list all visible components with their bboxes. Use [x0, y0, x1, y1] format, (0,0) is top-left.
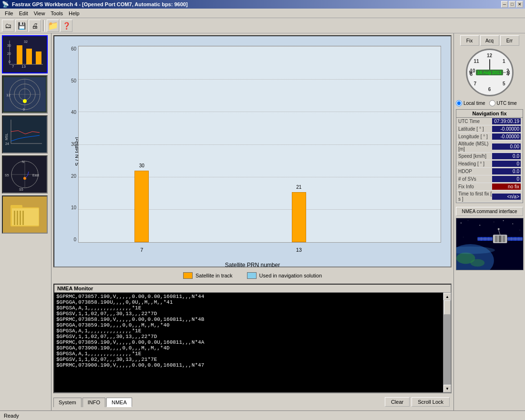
legend-label-nav: Used in navigation solution: [259, 273, 322, 278]
acq-button[interactable]: Acq: [480, 35, 499, 46]
menu-edit[interactable]: Edit: [16, 10, 31, 17]
radio-utc-time[interactable]: UTC time: [489, 100, 517, 106]
nmea-text-area[interactable]: $GPRMC,073857.190,V,,,,,0.00,0.00,160811…: [54, 293, 443, 392]
bar-prn-7: [134, 171, 149, 242]
menu-tools[interactable]: Tools: [48, 10, 66, 17]
bar-7-label: 30: [139, 163, 144, 168]
thumbnail-3[interactable]: MSL 24: [2, 115, 48, 154]
nmea-monitor-header: NMEA Monitor: [54, 285, 451, 293]
thumbnail-1[interactable]: 7 13 0 20 30 32: [2, 35, 48, 73]
svg-rect-37: [12, 208, 39, 225]
heading-label: Heading [ ° ]: [458, 161, 484, 166]
bar-chart-area: 30 21: [79, 46, 441, 242]
close-button[interactable]: ✕: [516, 1, 523, 8]
bar-prn-13: [292, 192, 306, 242]
bar-group-7: 30: [103, 46, 181, 242]
toolbar-btn-folder[interactable]: 📁: [47, 20, 59, 32]
scroll-up-button[interactable]: ▲: [443, 293, 451, 300]
nav-fix-section: Navigation fix UTC Time 07:39:00.19 Lati…: [456, 109, 523, 203]
x-spacer: [181, 247, 260, 253]
latitude-label: Latitude [ ° ]: [458, 126, 484, 132]
nmea-command-button[interactable]: NMEA command interface: [456, 207, 523, 216]
svg-text:32: 32: [24, 40, 28, 43]
bar-7-wrapper: 30: [134, 171, 149, 242]
clear-button[interactable]: Clear: [385, 397, 410, 407]
chart-inner: 60 50 40 30 20 10 0: [78, 46, 441, 243]
legend-item-track: Satellite in track: [183, 272, 233, 279]
thumbnail-5[interactable]: [2, 195, 48, 234]
speed-value: 0.0: [492, 153, 521, 159]
satellite-image: [456, 218, 524, 270]
nav-fix-speed: Speed [km/h] 0.0: [456, 153, 523, 160]
y-label-0: 0: [62, 237, 76, 242]
clock-face: 12 1 2 3 4 5 6 7 8 9 10 11 16 Aug 2011: [466, 49, 514, 96]
fix-button[interactable]: Fix: [460, 35, 479, 46]
app-icon: 📡: [2, 1, 9, 8]
svg-rect-38: [14, 211, 15, 225]
longitude-value: -0.00000: [492, 133, 521, 140]
svg-text:MSL: MSL: [5, 133, 8, 141]
scroll-lock-button[interactable]: Scroll Lock: [412, 397, 450, 407]
x-label-7: 7: [103, 247, 181, 253]
scroll-track[interactable]: [443, 300, 451, 385]
svg-text:7: 7: [12, 64, 14, 69]
scroll-down-button[interactable]: ▼: [443, 385, 451, 392]
svg-rect-39: [17, 211, 18, 225]
hdop-value: 0.0: [492, 168, 521, 174]
radio-local-time-label: Local time: [463, 101, 485, 106]
svg-text:East: East: [32, 174, 39, 177]
nmea-monitor-title: NMEA Monitor: [57, 286, 93, 291]
toolbar-btn-3[interactable]: 🖨: [29, 20, 41, 32]
toolbar: 🗂 💾 🖨 📁 ❓: [0, 18, 525, 33]
menu-help[interactable]: Help: [66, 10, 82, 17]
radio-local-time[interactable]: Local time: [456, 100, 485, 106]
clock-date: 16 Aug 2011: [476, 70, 503, 75]
clock-num-5: 5: [503, 81, 505, 86]
menu-bar: File Edit View Tools Help: [0, 9, 525, 18]
radio-local-time-input[interactable]: [456, 100, 462, 106]
toolbar-btn-1[interactable]: 🗂: [2, 20, 14, 32]
svg-text:N: N: [22, 160, 24, 164]
y-label-60: 60: [62, 46, 76, 51]
clock-num-1: 1: [503, 59, 505, 64]
err-button[interactable]: Err: [500, 35, 519, 46]
x-axis-label: Satellite PRN number: [59, 262, 446, 268]
minimize-button[interactable]: ─: [501, 1, 508, 8]
fix-info-value: no fix: [492, 184, 521, 190]
radio-utc-time-input[interactable]: [489, 100, 495, 106]
svg-text:13: 13: [21, 64, 26, 69]
latitude-value: -0.00000: [492, 126, 521, 132]
nav-fix-svs: # of SVs 0: [456, 175, 523, 183]
bottom-buttons: Clear Scroll Lock: [383, 395, 452, 409]
toolbar-btn-help[interactable]: ❓: [60, 20, 72, 32]
y-label-30: 30: [62, 142, 76, 147]
nav-fix-utc-time: UTC Time 07:39:00.19: [456, 118, 523, 125]
nav-fix-altitude: Altitude (MSL) [m] 0.00: [456, 141, 523, 153]
nav-fix-longitude: Longitude [ ° ] -0.00000: [456, 133, 523, 141]
menu-file[interactable]: File: [2, 10, 16, 17]
legend-color-track: [183, 272, 193, 279]
x-spacer-2: [338, 247, 417, 253]
y-axis-labels: 60 50 40 30 20 10 0: [62, 46, 76, 242]
y-label-40: 40: [62, 110, 76, 115]
tab-system[interactable]: System: [53, 398, 82, 407]
nmea-scrollbar[interactable]: ▲ ▼: [443, 293, 451, 392]
maximize-button[interactable]: □: [509, 1, 515, 8]
title-bar-text: Fastrax GPS Workbench 4 - [Opened Port C…: [12, 1, 188, 7]
tab-info[interactable]: INFO: [82, 398, 105, 407]
legend: Satellite in track Used in navigation so…: [53, 269, 452, 282]
toolbar-btn-2[interactable]: 💾: [15, 20, 28, 32]
menu-view[interactable]: View: [31, 10, 48, 17]
chart-container: S / N [dBHz] 60 50 40 30 20 10 0: [53, 35, 452, 267]
svg-point-45: [479, 225, 480, 226]
title-bar: 📡 Fastrax GPS Workbench 4 - [Opened Port…: [0, 0, 525, 9]
center-panel: S / N [dBHz] 60 50 40 30 20 10 0: [51, 33, 453, 410]
nav-fix-hdop: HDOP 0.0: [456, 168, 523, 175]
speed-label: Speed [km/h]: [458, 154, 486, 159]
scroll-thumb[interactable]: [444, 300, 451, 315]
thumbnail-4[interactable]: N East S5 S5: [2, 155, 48, 194]
nmea-monitor: NMEA Monitor $GPRMC,073857.190,V,,,,,0.0…: [53, 284, 452, 393]
tab-nmea[interactable]: NMEA: [106, 398, 132, 407]
svg-rect-40: [20, 211, 21, 225]
thumbnail-2[interactable]: 12 9: [2, 75, 48, 113]
